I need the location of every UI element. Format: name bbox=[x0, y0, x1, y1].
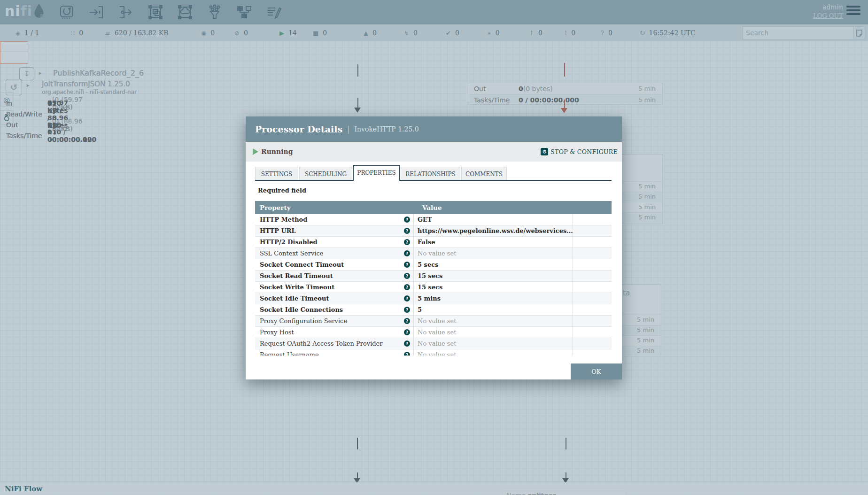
property-value: 15 secs bbox=[414, 271, 573, 281]
row-filler bbox=[573, 259, 612, 270]
property-name: Socket Read Timeout ? bbox=[255, 271, 414, 281]
help-icon[interactable]: ? bbox=[404, 273, 410, 279]
row-filler bbox=[573, 237, 612, 248]
running-status-icon bbox=[253, 148, 258, 155]
property-value: 5 bbox=[414, 304, 573, 315]
help-icon[interactable]: ? bbox=[404, 217, 410, 223]
running-status-label: Running bbox=[261, 148, 293, 155]
title-separator: | bbox=[347, 125, 349, 134]
help-icon[interactable]: ? bbox=[404, 352, 410, 356]
property-row[interactable]: Socket Idle Connections ? 5 bbox=[255, 304, 612, 316]
property-value: 5 mins bbox=[414, 293, 573, 304]
property-row[interactable]: Request Username ? No value set bbox=[255, 349, 612, 356]
property-name: Request Username ? bbox=[255, 349, 414, 356]
property-value: No value set bbox=[414, 349, 573, 356]
property-name: Socket Idle Timeout ? bbox=[255, 293, 414, 304]
help-icon[interactable]: ? bbox=[404, 318, 410, 324]
dialog-title: Processor Details bbox=[255, 124, 342, 134]
processor-type-version: InvokeHTTP 1.25.0 bbox=[355, 125, 419, 133]
property-name: Socket Idle Connections ? bbox=[255, 304, 414, 315]
dialog-status-row: Running ⚙ STOP & CONFIGURE bbox=[246, 142, 622, 162]
property-name: HTTP/2 Disabled ? bbox=[255, 237, 414, 248]
property-value: 5 secs bbox=[414, 259, 573, 270]
row-filler bbox=[573, 214, 612, 225]
property-value: No value set bbox=[414, 316, 573, 326]
row-filler bbox=[573, 316, 612, 326]
property-row[interactable]: Socket Idle Timeout ? 5 mins bbox=[255, 293, 612, 304]
ok-button[interactable]: OK bbox=[571, 364, 622, 379]
tab[interactable]: SETTINGS bbox=[255, 167, 298, 181]
nifi-app: ◎ Out 0 (0 bytes) 5 min Tasks/Time 0 / 0… bbox=[0, 0, 868, 495]
property-value: False bbox=[414, 237, 573, 248]
dialog-tabs: SETTINGSSCHEDULINGPROPERTIESRELATIONSHIP… bbox=[255, 165, 612, 181]
properties-table: Property Value HTTP Method ? GET HTTP UR… bbox=[255, 201, 612, 356]
help-icon[interactable]: ? bbox=[404, 239, 410, 245]
row-filler bbox=[573, 338, 612, 349]
row-filler bbox=[573, 327, 612, 338]
property-name: Proxy Host ? bbox=[255, 327, 414, 338]
help-icon[interactable]: ? bbox=[404, 295, 410, 302]
tab[interactable]: RELATIONSHIPS bbox=[401, 167, 460, 181]
property-row[interactable]: Request OAuth2 Access Token Provider ? N… bbox=[255, 338, 612, 349]
property-row[interactable]: Proxy Host ? No value set bbox=[255, 327, 612, 338]
property-name: Proxy Configuration Service ? bbox=[255, 316, 414, 326]
property-value: https://www.pegelonline.wsv.de/webservic… bbox=[414, 225, 573, 236]
property-row[interactable]: SSL Context Service ? No value set bbox=[255, 248, 612, 259]
property-row[interactable]: Proxy Configuration Service ? No value s… bbox=[255, 316, 612, 327]
property-name: HTTP Method ? bbox=[255, 214, 414, 225]
property-value: GET bbox=[414, 214, 573, 225]
row-filler bbox=[573, 349, 612, 356]
help-icon[interactable]: ? bbox=[404, 307, 410, 313]
tab[interactable]: PROPERTIES bbox=[353, 165, 400, 181]
row-filler bbox=[573, 225, 612, 236]
property-value: No value set bbox=[414, 338, 573, 349]
tab[interactable]: SCHEDULING bbox=[299, 167, 352, 181]
help-icon[interactable]: ? bbox=[404, 340, 410, 347]
row-filler bbox=[573, 304, 612, 315]
property-column-header: Property bbox=[260, 204, 419, 211]
row-filler bbox=[573, 282, 612, 293]
table-header: Property Value bbox=[255, 201, 612, 214]
property-name: HTTP URL ? bbox=[255, 225, 414, 236]
help-icon[interactable]: ? bbox=[404, 262, 410, 268]
property-row[interactable]: HTTP Method ? GET bbox=[255, 214, 612, 225]
stop-and-configure-button[interactable]: ⚙ STOP & CONFIGURE bbox=[541, 148, 618, 155]
required-field-note: Required field bbox=[258, 187, 306, 194]
dialog-header: Processor Details | InvokeHTTP 1.25.0 bbox=[246, 116, 622, 142]
help-icon[interactable]: ? bbox=[404, 284, 410, 290]
property-row[interactable]: Socket Connect Timeout ? 5 secs bbox=[255, 259, 612, 271]
processor-details-dialog: Processor Details | InvokeHTTP 1.25.0 Ru… bbox=[246, 116, 622, 379]
row-filler bbox=[573, 293, 612, 304]
help-icon[interactable]: ? bbox=[404, 329, 410, 335]
help-icon[interactable]: ? bbox=[404, 250, 410, 256]
row-filler bbox=[573, 248, 612, 259]
property-value: 15 secs bbox=[414, 282, 573, 293]
property-row[interactable]: HTTP/2 Disabled ? False bbox=[255, 237, 612, 248]
property-value: No value set bbox=[414, 327, 573, 338]
value-column-header: Value bbox=[422, 204, 442, 211]
property-row[interactable]: Socket Write Timeout ? 15 secs bbox=[255, 282, 612, 293]
property-row[interactable]: Socket Read Timeout ? 15 secs bbox=[255, 271, 612, 282]
property-row[interactable]: HTTP URL ? https://www.pegelonline.wsv.d… bbox=[255, 225, 612, 237]
property-name: Request OAuth2 Access Token Provider ? bbox=[255, 338, 414, 349]
help-icon[interactable]: ? bbox=[404, 228, 410, 234]
property-value: No value set bbox=[414, 248, 573, 259]
gear-icon: ⚙ bbox=[541, 148, 548, 155]
property-name: Socket Connect Timeout ? bbox=[255, 259, 414, 270]
property-name: SSL Context Service ? bbox=[255, 248, 414, 259]
property-name: Socket Write Timeout ? bbox=[255, 282, 414, 293]
row-filler bbox=[573, 271, 612, 281]
tab[interactable]: COMMENTS bbox=[461, 167, 507, 181]
